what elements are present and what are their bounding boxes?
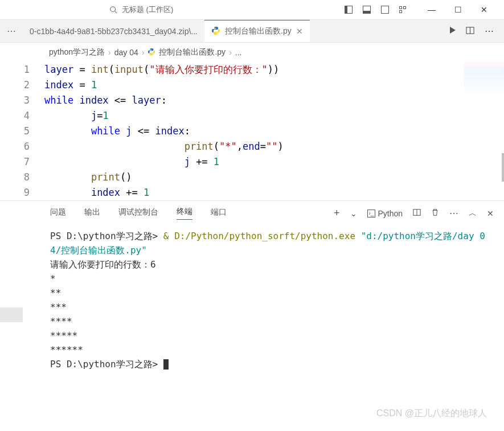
maximize-button[interactable]: ☐ xyxy=(445,0,471,20)
editor-tab-row: ⋯ 0-c1bb-4a4d-9a81-5bb237cb3431_day04.zi… xyxy=(0,20,504,43)
breadcrumb-item[interactable]: 控制台输出函数.py xyxy=(159,47,226,58)
close-tab-icon[interactable]: ✕ xyxy=(296,27,303,36)
maximize-panel-icon[interactable]: ︿ xyxy=(469,208,477,219)
panel-tab[interactable]: 输出 xyxy=(84,207,100,220)
tab-inactive[interactable]: 0-c1bb-4a4d-9a81-5bb237cb3431_day04.zip\… xyxy=(23,20,204,42)
bottom-panel: 问题输出调试控制台终端端口 + ⌄ ›_ Python ⋯ ︿ ✕ PS D:\… xyxy=(0,200,504,377)
svg-point-0 xyxy=(110,7,116,12)
line-gutter: 123456789 xyxy=(0,62,44,200)
command-center-search[interactable]: 无标题 (工作区) xyxy=(103,3,262,17)
svg-point-3 xyxy=(216,33,217,34)
run-icon[interactable] xyxy=(450,27,456,35)
panel-tab[interactable]: 终端 xyxy=(177,207,192,220)
minimize-button[interactable]: — xyxy=(419,0,445,20)
python-file-icon xyxy=(211,26,220,37)
breadcrumb-item[interactable]: ... xyxy=(235,48,242,57)
terminal-dropdown-icon[interactable]: ⌄ xyxy=(350,209,357,218)
svg-line-1 xyxy=(115,11,117,14)
kill-terminal-icon[interactable] xyxy=(431,208,439,218)
breadcrumb[interactable]: python学习之路› day 04› 控制台输出函数.py› ... xyxy=(0,43,504,62)
title-bar: 无标题 (工作区) — ☐ ✕ xyxy=(0,0,504,20)
panel-tab[interactable]: 问题 xyxy=(50,207,66,220)
breadcrumb-item[interactable]: day 04 xyxy=(114,48,138,57)
more-menu-icon[interactable]: ⋯ xyxy=(0,26,23,36)
split-terminal-icon[interactable] xyxy=(413,208,421,218)
panel-tab[interactable]: 端口 xyxy=(211,207,227,220)
layout-controls: — ☐ ✕ xyxy=(345,0,504,20)
close-button[interactable]: ✕ xyxy=(471,0,497,20)
more-actions-icon[interactable]: ⋯ xyxy=(485,26,494,36)
toggle-secondary-sidebar-icon[interactable] xyxy=(381,6,389,14)
launch-profile-label: Python xyxy=(378,209,403,218)
code-content[interactable]: layer = int(input("请输入你要打印的行数："))index =… xyxy=(44,62,504,200)
tab-label: 0-c1bb-4a4d-9a81-5bb237cb3431_day04.zip\… xyxy=(30,27,198,36)
python-file-icon xyxy=(147,48,155,58)
toggle-sidebar-icon[interactable] xyxy=(345,6,353,14)
toggle-panel-icon[interactable] xyxy=(363,6,371,14)
terminal-content[interactable]: PS D:\python学习之路> & D:/Python/python_sor… xyxy=(0,223,504,377)
new-terminal-icon[interactable]: + xyxy=(334,207,340,219)
search-icon xyxy=(109,6,117,14)
watermark: CSDN @正儿八经的地球人 xyxy=(376,408,487,420)
search-placeholder: 无标题 (工作区) xyxy=(122,5,173,15)
minimap[interactable] xyxy=(464,62,504,96)
activity-marker xyxy=(0,307,23,322)
panel-actions: + ⌄ ›_ Python ⋯ ︿ ✕ xyxy=(334,207,494,219)
panel-tab[interactable]: 调试控制台 xyxy=(118,207,158,220)
more-panel-actions-icon[interactable]: ⋯ xyxy=(449,208,458,219)
close-panel-icon[interactable]: ✕ xyxy=(487,209,494,218)
code-editor[interactable]: 123456789 layer = int(input("请输入你要打印的行数：… xyxy=(0,62,504,200)
breadcrumb-item[interactable]: python学习之路 xyxy=(49,47,105,58)
customize-layout-icon[interactable] xyxy=(399,6,408,13)
launch-profile-icon: ›_ xyxy=(367,210,376,217)
launch-profile-button[interactable]: ›_ Python xyxy=(367,209,403,218)
window-controls: — ☐ ✕ xyxy=(419,0,497,20)
split-editor-icon[interactable] xyxy=(466,26,474,36)
scrollbar-thumb[interactable] xyxy=(502,153,504,182)
editor-actions: ⋯ xyxy=(450,26,504,36)
tab-active[interactable]: 控制台输出函数.py ✕ xyxy=(204,20,310,42)
tab-label: 控制台输出函数.py xyxy=(225,26,292,36)
svg-point-2 xyxy=(214,27,215,27)
panel-tab-bar: 问题输出调试控制台终端端口 + ⌄ ›_ Python ⋯ ︿ ✕ xyxy=(0,201,504,223)
